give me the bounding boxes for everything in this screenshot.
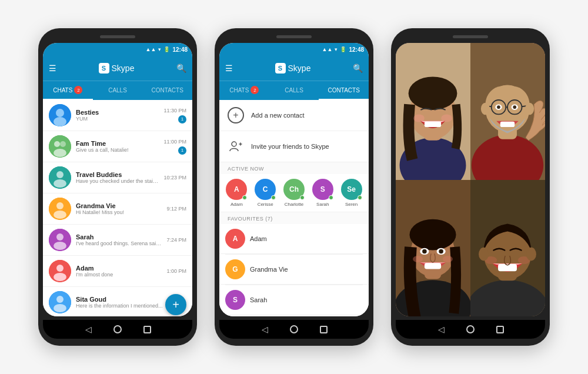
tab-chats-1[interactable]: CHATS 2	[43, 81, 93, 100]
invite-action[interactable]: Invite your friends to Skype	[219, 131, 369, 162]
search-icon-2[interactable]: 🔍	[353, 64, 363, 73]
battery-icon-1: 🔋	[163, 46, 170, 52]
chat-item-fam[interactable]: Fam Time Give us a call, Natalie! 11:00 …	[43, 131, 192, 162]
svg-point-17	[56, 265, 64, 272]
recents-btn-3[interactable]	[495, 324, 505, 335]
chat-info-adam: Adam I'm almost done	[76, 265, 162, 278]
active-name-adam: Adam	[230, 202, 243, 207]
svg-point-12	[54, 211, 66, 219]
svg-rect-29	[425, 122, 441, 127]
chat-item-travel[interactable]: Travel Buddies Have you checked under th…	[43, 162, 192, 193]
chat-item-sarah[interactable]: Sarah I've heard good things. Serena sai…	[43, 225, 192, 256]
tab-chats-2[interactable]: CHATS 2	[219, 81, 269, 100]
phone-screen-3	[396, 43, 545, 316]
fav-name-grandma: Grandma Vie	[250, 266, 288, 273]
avatar-besties	[49, 104, 71, 126]
fav-adam[interactable]: A Adam	[219, 224, 369, 254]
chat-preview-travel: Have you checked under the stairs?	[76, 178, 159, 184]
chat-name-travel: Travel Buddies	[76, 171, 159, 178]
avatar-fam	[49, 135, 71, 158]
active-cerisse[interactable]: C Cerisse	[254, 179, 277, 207]
status-bar-1: ▲▲ ▾ 🔋 12:48	[43, 43, 192, 56]
search-icon-1[interactable]: 🔍	[176, 64, 186, 73]
svg-point-71	[526, 247, 536, 261]
chat-name-adam: Adam	[76, 265, 162, 272]
video-face-tl	[396, 43, 470, 180]
chat-list-1: Besties YUM 11:30 PM 1 Fam Time Give us …	[43, 100, 192, 316]
chat-meta-besties: 11:30 PM 1	[163, 108, 186, 123]
add-contact-label: Add a new contact	[251, 112, 305, 119]
active-name-cerisse: Cerisse	[258, 202, 273, 207]
svg-point-8	[56, 171, 64, 178]
phone-screen-2: ▲▲ ▾ 🔋 12:48 ☰ S Skype 🔍 CHATS 2 CALLS C…	[219, 43, 369, 316]
chats-badge-2: 2	[250, 86, 259, 94]
battery-icon-2: 🔋	[340, 46, 346, 52]
recents-btn-1[interactable]	[142, 324, 152, 335]
active-charlotte[interactable]: Ch Charlotte	[283, 179, 306, 207]
tabs-2: CHATS 2 CALLS CONTACTS	[219, 81, 369, 100]
skype-s-logo-2: S	[275, 63, 286, 74]
chat-preview-fam: Give us a call, Natalie!	[76, 147, 159, 153]
chat-info-besties: Besties YUM	[76, 109, 159, 122]
menu-icon-1[interactable]: ☰	[49, 64, 56, 73]
chat-item-grandma[interactable]: Grandma Vie Hi Natalie! Miss you! 9:12 P…	[43, 193, 192, 225]
svg-point-11	[56, 202, 64, 209]
add-contact-action[interactable]: + Add a new contact	[219, 100, 369, 131]
tab-contacts-2[interactable]: CONTACTS	[319, 81, 369, 100]
active-avatar-seren: Se	[341, 179, 362, 200]
back-btn-1[interactable]: ◁	[83, 324, 93, 335]
active-adam[interactable]: A Adam	[225, 179, 248, 207]
nav-bar-1: ◁	[43, 320, 192, 339]
fav-avatar-sarah: S	[225, 290, 245, 310]
unread-fam: 1	[178, 146, 186, 155]
active-now-row: A Adam C Cerisse Ch Charlotte	[219, 174, 369, 212]
home-btn-2[interactable]	[289, 324, 299, 335]
fav-sarah[interactable]: S Sarah	[219, 285, 369, 315]
svg-point-21	[54, 304, 66, 312]
svg-point-45	[513, 105, 516, 109]
tab-contacts-1[interactable]: CONTACTS	[142, 81, 192, 100]
svg-point-6	[54, 149, 66, 157]
fab-button-1[interactable]: +	[165, 294, 186, 315]
chat-item-besties[interactable]: Besties YUM 11:30 PM 1	[43, 100, 192, 131]
back-btn-2[interactable]: ◁	[259, 324, 270, 335]
menu-icon-2[interactable]: ☰	[225, 64, 233, 73]
favourites-header: FAVOURITES (7)	[219, 212, 369, 224]
tabs-1: CHATS 2 CALLS CONTACTS	[43, 81, 192, 100]
svg-point-60	[413, 255, 423, 262]
svg-point-14	[56, 233, 64, 241]
svg-point-48	[525, 103, 534, 115]
fav-grandma[interactable]: G Grandma Vie	[219, 255, 369, 285]
back-btn-3[interactable]: ◁	[436, 324, 446, 335]
signal-icon-1: ▲▲	[146, 46, 156, 52]
fav-avatar-grandma: G	[225, 259, 245, 279]
svg-point-54	[410, 219, 456, 250]
phone-speaker-1	[100, 35, 135, 38]
chat-preview-sarah: I've heard good things. Serena said she.…	[76, 241, 162, 246]
home-btn-3[interactable]	[465, 324, 476, 335]
phone-1: ▲▲ ▾ 🔋 12:48 ☰ S Skype 🔍 CHATS 2 CALLS C…	[38, 28, 197, 346]
online-dot-seren	[358, 195, 362, 200]
recents-btn-2[interactable]	[318, 324, 329, 335]
video-face-br	[470, 180, 545, 317]
video-cell-bl	[396, 180, 470, 317]
svg-point-22	[232, 142, 236, 146]
svg-point-57	[422, 249, 427, 253]
video-screen	[396, 43, 545, 316]
active-seren[interactable]: Se Seren	[340, 179, 363, 207]
chat-info-travel: Travel Buddies Have you checked under th…	[76, 171, 159, 184]
fav-name-adam: Adam	[250, 235, 267, 242]
svg-point-28	[409, 76, 457, 109]
tab-calls-2[interactable]: CALLS	[269, 81, 319, 100]
online-dot-sarah	[329, 195, 333, 200]
status-bar-2: ▲▲ ▾ 🔋 12:48	[219, 43, 369, 56]
home-btn-1[interactable]	[112, 324, 123, 335]
chat-name-sarah: Sarah	[76, 233, 162, 241]
chats-badge-1: 2	[74, 86, 82, 94]
active-sarah[interactable]: S Sarah	[311, 179, 334, 207]
tab-calls-1[interactable]: CALLS	[93, 81, 143, 100]
chat-preview-grandma: Hi Natalie! Miss you!	[76, 209, 162, 215]
nav-bar-3: ◁	[396, 320, 545, 339]
skype-logo-2: S Skype	[238, 63, 348, 74]
chat-item-adam[interactable]: Adam I'm almost done 1:00 PM	[43, 256, 192, 287]
